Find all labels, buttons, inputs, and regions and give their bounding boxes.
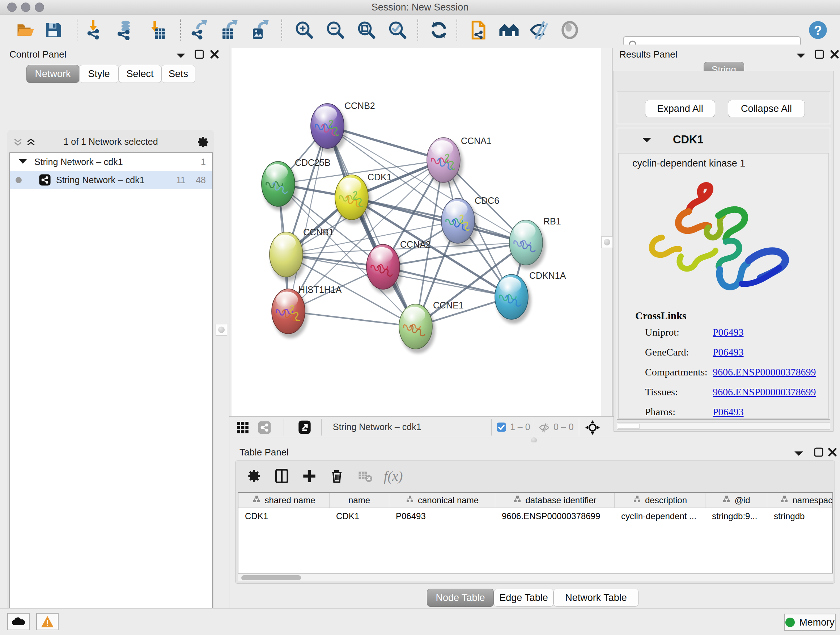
right-splitter-handle[interactable] bbox=[601, 236, 613, 248]
table-cell[interactable]: 9606.ENSP00000378699 bbox=[495, 508, 615, 524]
refresh-icon[interactable] bbox=[428, 19, 449, 41]
cloud-button[interactable] bbox=[7, 613, 30, 630]
tree-collapse-caret-icon[interactable] bbox=[19, 158, 27, 165]
show-all-icon[interactable] bbox=[559, 19, 580, 41]
tab-edge-table[interactable]: Edge Table bbox=[494, 589, 554, 607]
column-header--id[interactable]: @id bbox=[706, 493, 767, 508]
protein-structure-image bbox=[633, 175, 814, 306]
network-node-CCNE1[interactable] bbox=[399, 304, 435, 353]
table-row[interactable]: CDK1CDK1P064939606.ENSP00000378699cyclin… bbox=[238, 508, 832, 524]
table-panel-close-icon[interactable] bbox=[827, 447, 838, 458]
network-edge-CDC6-CCNB1[interactable] bbox=[286, 221, 458, 255]
tab-node-table[interactable]: Node Table bbox=[427, 589, 494, 607]
crosslink-link[interactable]: P06493 bbox=[713, 406, 744, 418]
expand-all-button[interactable]: Expand All bbox=[645, 100, 715, 117]
export-image-icon[interactable] bbox=[249, 19, 270, 41]
share-file-icon[interactable] bbox=[469, 19, 490, 41]
crosslink-link[interactable]: P06493 bbox=[713, 326, 744, 338]
column-header-shared-name[interactable]: shared name bbox=[238, 493, 330, 508]
protein-section-header[interactable]: CDK1 bbox=[617, 128, 830, 152]
network-node-HIST1H1A[interactable] bbox=[272, 289, 308, 338]
zoom-fit-icon[interactable] bbox=[356, 19, 377, 41]
column-header-name[interactable]: name bbox=[330, 493, 389, 508]
export-network-icon[interactable] bbox=[188, 19, 209, 41]
pan-crosshair-icon[interactable] bbox=[584, 420, 600, 435]
network-node-CDC6[interactable] bbox=[441, 198, 477, 248]
table-cell[interactable]: CDK1 bbox=[238, 508, 330, 524]
network-options-gear-icon[interactable] bbox=[197, 136, 210, 149]
memory-button[interactable]: Memory bbox=[784, 614, 836, 631]
detach-view-icon[interactable] bbox=[297, 420, 312, 434]
table-cell[interactable]: stringdb:9... bbox=[706, 508, 767, 524]
network-node-CCNB2[interactable] bbox=[311, 103, 347, 153]
help-icon[interactable]: ? bbox=[807, 19, 829, 41]
delete-column-icon[interactable] bbox=[327, 466, 347, 486]
function-builder-icon[interactable]: f(x) bbox=[383, 466, 403, 486]
import-network-database-icon[interactable] bbox=[114, 19, 135, 41]
table-cell[interactable]: stringdb bbox=[767, 508, 833, 524]
add-column-icon[interactable] bbox=[299, 466, 319, 486]
tab-style[interactable]: Style bbox=[79, 65, 118, 83]
zoom-in-icon[interactable] bbox=[294, 19, 315, 41]
network-node-RB1[interactable] bbox=[509, 220, 546, 269]
table-cell[interactable]: CDK1 bbox=[330, 508, 389, 524]
node-table[interactable]: shared namenamecanonical namedatabase id… bbox=[238, 492, 833, 573]
network-edge-CDK1-RB1[interactable] bbox=[352, 197, 526, 242]
save-session-icon[interactable] bbox=[43, 19, 64, 41]
results-panel-float-icon[interactable] bbox=[814, 49, 825, 60]
tab-network[interactable]: Network bbox=[27, 65, 79, 83]
export-table-icon[interactable] bbox=[218, 19, 240, 41]
table-panel-menu-caret-icon[interactable] bbox=[794, 450, 804, 457]
table-cell[interactable]: cyclin-dependent ... bbox=[615, 508, 706, 524]
results-panel-close-icon[interactable] bbox=[829, 49, 840, 60]
horizontal-splitter[interactable] bbox=[229, 438, 615, 442]
table-scrollbar[interactable] bbox=[238, 574, 833, 581]
home-icon[interactable] bbox=[499, 19, 519, 41]
show-columns-icon[interactable] bbox=[272, 466, 292, 486]
delete-table-icon[interactable] bbox=[355, 466, 375, 486]
table-cell[interactable]: P06493 bbox=[389, 508, 495, 524]
crosslink-link[interactable]: 9606.ENSP00000378699 bbox=[713, 386, 816, 398]
left-splitter-handle[interactable] bbox=[216, 324, 227, 336]
control-panel-close-icon[interactable] bbox=[209, 49, 220, 60]
network-node-CCNA2[interactable] bbox=[366, 244, 403, 294]
network-node-CDC25B[interactable] bbox=[262, 162, 298, 211]
crosslink-link[interactable]: 9606.ENSP00000378699 bbox=[713, 366, 816, 378]
network-node-CCNB1[interactable] bbox=[270, 232, 306, 281]
import-table-icon[interactable] bbox=[145, 19, 166, 41]
network-canvas[interactable]: CCNB2CCNA1CDC25BCDK1CDC6RB1CCNB1CCNA2CDK… bbox=[232, 48, 601, 416]
collapse-all-button[interactable]: Collapse All bbox=[728, 100, 805, 117]
column-header-canonical-name[interactable]: canonical name bbox=[389, 493, 495, 508]
tab-sets[interactable]: Sets bbox=[161, 65, 195, 83]
table-panel-float-icon[interactable] bbox=[813, 447, 824, 458]
results-panel-menu-caret-icon[interactable] bbox=[796, 52, 806, 59]
network-tree-child-row[interactable]: String Network – cdk1 11 48 bbox=[10, 171, 212, 189]
birds-eye-grid-icon[interactable] bbox=[236, 421, 249, 434]
table-scrollbar-thumb[interactable] bbox=[241, 575, 301, 580]
results-scrollbar[interactable] bbox=[617, 423, 830, 430]
table-gear-icon[interactable] bbox=[244, 466, 264, 486]
network-node-CDKN1A[interactable] bbox=[495, 274, 531, 324]
warning-button[interactable] bbox=[36, 613, 58, 630]
network-tree-root-row[interactable]: String Network – cdk1 1 bbox=[10, 153, 212, 171]
results-scrollbar-thumb[interactable] bbox=[618, 424, 639, 429]
protein-collapse-caret-icon[interactable] bbox=[642, 137, 652, 143]
control-panel-menu-caret-icon[interactable] bbox=[176, 52, 186, 59]
control-panel-float-icon[interactable] bbox=[194, 49, 205, 60]
tab-select[interactable]: Select bbox=[118, 65, 161, 83]
zoom-out-icon[interactable] bbox=[325, 19, 346, 41]
tab-network-table[interactable]: Network Table bbox=[554, 589, 638, 607]
open-session-icon[interactable] bbox=[15, 19, 36, 41]
selected-checkbox-icon[interactable] bbox=[496, 422, 507, 432]
column-header-namespace[interactable]: namespace bbox=[767, 493, 833, 508]
crosslink-link[interactable]: P06493 bbox=[713, 347, 744, 358]
hide-selected-icon[interactable] bbox=[529, 19, 550, 41]
column-header-database-identifier[interactable]: database identifier bbox=[495, 493, 615, 508]
zoom-selected-icon[interactable] bbox=[387, 19, 408, 41]
network-edge-CCNB2-CCNE1[interactable] bbox=[327, 126, 416, 326]
crosslinks-title: CrossLinks bbox=[635, 310, 686, 322]
import-network-file-icon[interactable] bbox=[84, 19, 105, 41]
node-label-CCNA2: CCNA2 bbox=[400, 239, 431, 249]
column-header-description[interactable]: description bbox=[615, 493, 706, 508]
network-share-toggle-icon[interactable] bbox=[257, 421, 271, 434]
